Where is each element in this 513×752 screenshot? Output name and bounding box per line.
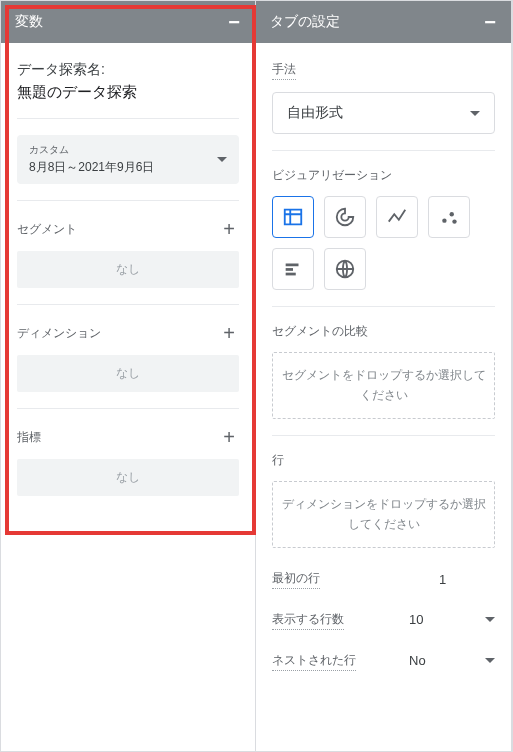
variables-title: 変数 — [15, 13, 43, 31]
add-metric-button[interactable]: + — [219, 425, 239, 449]
rows-label: 行 — [272, 453, 284, 467]
add-segment-button[interactable]: + — [219, 217, 239, 241]
tab-settings-title: タブの設定 — [270, 13, 340, 31]
caret-down-icon — [485, 658, 495, 663]
exploration-name-value[interactable]: 無題のデータ探索 — [17, 83, 239, 102]
nested-rows-label: ネストされた行 — [272, 652, 356, 671]
globe-icon — [334, 258, 356, 280]
add-dimension-button[interactable]: + — [219, 321, 239, 345]
method-label: 手法 — [272, 61, 296, 80]
svg-rect-5 — [286, 273, 296, 276]
date-range-picker[interactable]: カスタム 8月8日～2021年9月6日 — [17, 135, 239, 184]
svg-rect-4 — [286, 268, 293, 271]
nested-rows-value: No — [403, 653, 463, 668]
bar-chart-icon — [282, 258, 304, 280]
scatter-icon — [438, 206, 460, 228]
row-count-select[interactable]: 10 — [403, 612, 495, 628]
first-row-label: 最初の行 — [272, 570, 320, 589]
exploration-name-label: データ探索名: — [17, 61, 239, 79]
viz-scatter-button[interactable] — [428, 196, 470, 238]
tab-settings-panel-header: タブの設定 − — [256, 1, 511, 43]
metrics-label: 指標 — [17, 429, 41, 446]
viz-donut-button[interactable] — [324, 196, 366, 238]
segment-drop-target[interactable]: セグメントをドロップするか選択してください — [272, 352, 495, 419]
variables-panel-header: 変数 − — [1, 1, 255, 43]
segment-compare-label: セグメントの比較 — [272, 324, 368, 338]
date-range-type: カスタム — [29, 143, 154, 157]
row-count-value: 10 — [403, 612, 463, 627]
visualization-label: ビジュアリゼーション — [272, 168, 392, 182]
row-count-label: 表示する行数 — [272, 611, 344, 630]
date-range-value: 8月8日～2021年9月6日 — [29, 159, 154, 176]
line-chart-icon — [386, 206, 408, 228]
svg-rect-3 — [286, 264, 299, 267]
viz-line-button[interactable] — [376, 196, 418, 238]
metrics-empty[interactable]: なし — [17, 459, 239, 496]
caret-down-icon — [470, 111, 480, 116]
viz-geo-button[interactable] — [324, 248, 366, 290]
rows-drop-target[interactable]: ディメンションをドロップするか選択してください — [272, 481, 495, 548]
caret-down-icon — [217, 157, 227, 162]
donut-chart-icon — [334, 206, 356, 228]
collapse-left-icon[interactable]: − — [221, 9, 247, 35]
nested-rows-select[interactable]: No — [403, 653, 495, 669]
dimensions-empty[interactable]: なし — [17, 355, 239, 392]
table-icon — [282, 206, 304, 228]
caret-down-icon — [485, 617, 495, 622]
viz-table-button[interactable] — [272, 196, 314, 238]
first-row-value[interactable]: 1 — [415, 572, 495, 587]
method-select[interactable]: 自由形式 — [272, 92, 495, 134]
svg-point-0 — [442, 218, 446, 222]
collapse-right-icon[interactable]: − — [477, 9, 503, 35]
method-value: 自由形式 — [287, 104, 343, 122]
segments-empty[interactable]: なし — [17, 251, 239, 288]
viz-bar-button[interactable] — [272, 248, 314, 290]
segments-label: セグメント — [17, 221, 77, 238]
svg-point-1 — [450, 212, 454, 216]
svg-point-2 — [452, 219, 456, 223]
dimensions-label: ディメンション — [17, 325, 101, 342]
